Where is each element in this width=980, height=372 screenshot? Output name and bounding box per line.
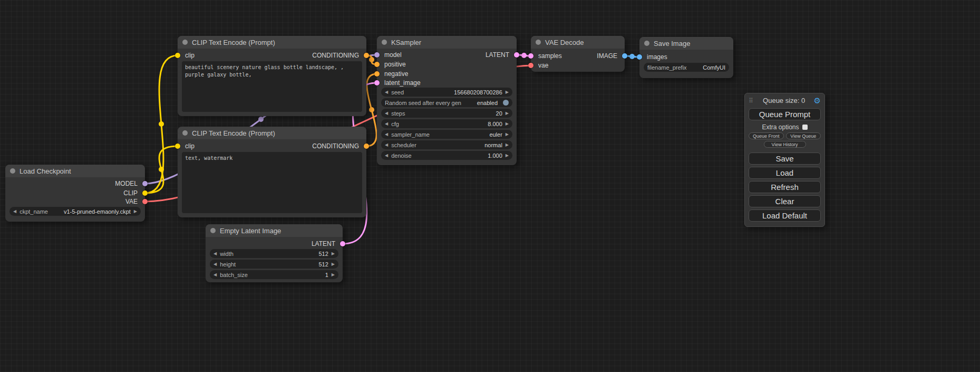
input-port-clip[interactable]: clip [178,142,195,150]
image-port-dot[interactable] [637,54,642,60]
decrement-icon[interactable]: ◀ [214,252,217,256]
input-port-vae[interactable]: vae [531,61,548,70]
decrement-icon[interactable]: ◀ [385,90,388,94]
node-clip-text-encode-negative[interactable]: CLIP Text Encode (Prompt) clip CONDITION… [178,127,366,217]
vae-decode-title-bar[interactable]: VAE Decode [531,36,625,49]
output-port-conditioning[interactable]: CONDITIONING [312,142,366,150]
collapse-icon[interactable] [382,40,387,45]
output-port-vae[interactable]: VAE [125,197,145,206]
output-port-latent[interactable]: LATENT [312,240,343,248]
wire-midpoint-dot[interactable] [159,167,164,172]
wire-midpoint-dot[interactable] [369,57,374,62]
wire-midpoint-dot[interactable] [521,53,527,58]
increment-icon[interactable]: ▶ [506,90,509,94]
output-port-conditioning[interactable]: CONDITIONING [312,51,366,60]
batch-size-widget[interactable]: ◀ batch_size 1 ▶ [210,270,338,279]
empty-latent-title-bar[interactable]: Empty Latent Image [206,224,343,237]
decrement-icon[interactable]: ◀ [214,273,217,277]
scheduler-widget[interactable]: ◀ scheduler normal ▶ [381,140,512,149]
input-port-samples[interactable]: samples [531,52,562,60]
wire-midpoint-dot[interactable] [369,107,374,112]
increment-icon[interactable]: ▶ [506,143,509,147]
decrement-icon[interactable]: ◀ [385,154,388,158]
seed-widget[interactable]: ◀ seed 156680208700286 ▶ [381,88,512,97]
filename-prefix-widget[interactable]: filename_prefix ComfyUI [644,63,729,72]
decrement-icon[interactable]: ◀ [385,122,388,126]
ksampler-title-bar[interactable]: KSampler [377,36,517,49]
steps-widget[interactable]: ◀ steps 20 ▶ [381,109,512,118]
negative-prompt-textarea[interactable]: text, watermark [182,152,362,213]
increment-icon[interactable]: ▶ [506,154,509,158]
clip-port-dot[interactable] [142,190,148,196]
node-vae-decode[interactable]: VAE Decode samples vae IMAGE [531,36,625,72]
collapse-icon[interactable] [644,41,649,46]
input-port-clip[interactable]: clip [178,51,195,60]
load-checkpoint-title-bar[interactable]: Load Checkpoint [5,165,145,177]
width-widget[interactable]: ◀ width 512 ▶ [210,249,338,258]
input-port-positive[interactable]: positive [377,60,406,69]
image-port-dot[interactable] [622,53,627,59]
output-port-model[interactable]: MODEL [115,179,145,188]
latent-port-dot[interactable] [340,241,345,246]
refresh-button[interactable]: Refresh [749,181,821,193]
node-clip-text-encode-positive[interactable]: CLIP Text Encode (Prompt) clip CONDITION… [178,36,366,116]
vae-port-dot[interactable] [528,63,533,68]
load-default-button[interactable]: Load Default [749,209,821,222]
increment-icon[interactable]: ▶ [134,209,137,214]
toggle-knob-icon[interactable] [503,100,509,106]
sampler-name-widget[interactable]: ◀ sampler_name euler ▶ [381,130,512,139]
view-history-button[interactable]: View History [764,141,806,148]
conditioning-port-dot[interactable] [374,71,380,77]
increment-icon[interactable]: ▶ [506,111,509,116]
model-port-dot[interactable] [374,52,380,58]
node-save-image[interactable]: Save Image images filename_prefix ComfyU… [639,37,733,78]
positive-prompt-textarea[interactable]: beautiful scenery nature glass bottle la… [182,61,362,112]
output-port-latent[interactable]: LATENT [486,51,517,59]
latent-port-dot[interactable] [514,52,519,58]
model-port-dot[interactable] [142,181,148,186]
decrement-icon[interactable]: ◀ [385,132,388,137]
collapse-icon[interactable] [10,168,15,174]
conditioning-port-dot[interactable] [374,62,380,67]
increment-icon[interactable]: ▶ [332,262,335,266]
ckpt-name-widget[interactable]: ◀ ckpt_name v1-5-pruned-emaonly.ckpt ▶ [9,207,141,216]
input-port-negative[interactable]: negative [377,70,408,78]
clip-negative-title-bar[interactable]: CLIP Text Encode (Prompt) [178,127,366,139]
decrement-icon[interactable]: ◀ [385,111,388,116]
denoise-widget[interactable]: ◀ denoise 1.000 ▶ [381,151,512,160]
conditioning-port-dot[interactable] [364,53,369,58]
queue-front-button[interactable]: Queue Front [749,132,784,139]
collapse-icon[interactable] [182,40,188,45]
node-load-checkpoint[interactable]: Load Checkpoint MODEL CLIP VAE ◀ ckpt_na… [5,165,145,222]
input-port-images[interactable]: images [639,53,667,61]
conditioning-port-dot[interactable] [364,144,369,149]
output-port-clip[interactable]: CLIP [123,189,145,197]
decrement-icon[interactable]: ◀ [385,143,388,147]
height-widget[interactable]: ◀ height 512 ▶ [210,260,338,269]
increment-icon[interactable]: ▶ [332,252,335,256]
latent-port-dot[interactable] [528,53,533,59]
decrement-icon[interactable]: ◀ [214,262,217,266]
collapse-icon[interactable] [182,130,188,136]
decrement-icon[interactable]: ◀ [13,209,16,214]
clip-port-dot[interactable] [175,53,180,58]
input-port-latent-image[interactable]: latent_image [377,79,421,87]
load-button[interactable]: Load [749,167,821,179]
node-empty-latent-image[interactable]: Empty Latent Image LATENT ◀ width 512 ▶ … [206,224,343,282]
output-port-image[interactable]: IMAGE [597,52,625,60]
clear-button[interactable]: Clear [749,195,821,207]
wire-midpoint-dot[interactable] [629,54,635,59]
collapse-icon[interactable] [210,228,216,233]
clip-port-dot[interactable] [175,144,180,149]
increment-icon[interactable]: ▶ [332,273,335,277]
input-port-model[interactable]: model [377,51,402,59]
latent-port-dot[interactable] [374,80,380,85]
node-ksampler[interactable]: KSampler model positive negative latent_… [377,36,517,165]
vae-port-dot[interactable] [142,199,148,204]
cfg-widget[interactable]: ◀ cfg 8.000 ▶ [381,119,512,128]
clip-positive-title-bar[interactable]: CLIP Text Encode (Prompt) [178,36,366,49]
queue-prompt-button[interactable]: Queue Prompt [749,108,821,120]
save-image-title-bar[interactable]: Save Image [639,37,733,50]
wire-midpoint-dot[interactable] [159,121,164,127]
queue-panel[interactable]: ⠿ Queue size: 0 ⚙ Queue Prompt Extra opt… [744,93,825,227]
